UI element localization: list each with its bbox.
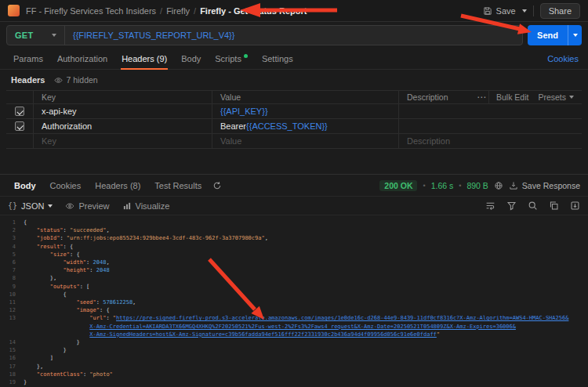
preview-button[interactable]: Preview bbox=[65, 201, 109, 211]
breadcrumb-workspace[interactable]: FF - Firefly Services Tech Insiders bbox=[26, 6, 156, 16]
line-number: 15 bbox=[6, 346, 24, 354]
line-number: 16 bbox=[6, 354, 24, 362]
url-input[interactable]: {{FIREFLY_STATUS_REPORT_URL_V4}} bbox=[65, 31, 522, 40]
method-dropdown[interactable]: GET bbox=[7, 26, 65, 45]
column-key: Key bbox=[33, 91, 212, 103]
line-number: 10 bbox=[6, 291, 24, 298]
request-tabs: Params Authorization Headers (9) Body Sc… bbox=[0, 49, 588, 70]
response-panel: Body Cookies Headers (8) Test Results 20… bbox=[0, 174, 588, 387]
eye-icon bbox=[65, 201, 74, 211]
tab-headers[interactable]: Headers (9) bbox=[114, 49, 174, 69]
header-key-cell[interactable]: x-api-key bbox=[33, 104, 212, 118]
row-checkbox[interactable] bbox=[15, 107, 24, 116]
tab-settings[interactable]: Settings bbox=[255, 49, 300, 69]
image-url-link[interactable]: https://pre-signed-firefly-prod.s3-accel… bbox=[116, 315, 568, 321]
workspace-icon[interactable] bbox=[8, 5, 20, 16]
save-response-icon bbox=[509, 181, 518, 190]
presets-dropdown[interactable]: Presets bbox=[538, 92, 574, 102]
refresh-icon[interactable] bbox=[212, 181, 222, 190]
headers-table-header: Key Value Description ⋯ Bulk Edit Preset… bbox=[6, 90, 582, 104]
response-code[interactable]: 1{2 "status": "succeeded",3 "jobId": "ur… bbox=[0, 215, 588, 387]
image-url-link[interactable]: X-Amz-Credential=AKIARDA3TX66MGQ4XHKQ%2F… bbox=[89, 324, 516, 330]
image-url-link[interactable]: X-Amz-SignedHeaders=host&X-Amz-Signature… bbox=[89, 331, 437, 338]
visualize-button[interactable]: Visualize bbox=[122, 201, 170, 211]
search-icon[interactable] bbox=[528, 201, 538, 211]
line-number: 13 bbox=[6, 314, 24, 322]
header-row-new: Key Value Description bbox=[6, 134, 582, 149]
code-line: 18 "contentClass": "photo" bbox=[6, 371, 588, 378]
response-tab-headers[interactable]: Headers (8) bbox=[89, 175, 147, 196]
filter-icon[interactable] bbox=[506, 201, 517, 211]
send-options-caret[interactable] bbox=[568, 25, 582, 45]
line-number: 2 bbox=[6, 226, 24, 234]
toolbar-divider bbox=[533, 5, 534, 16]
breadcrumb-request-title: Firefly - Get Status Report bbox=[200, 6, 307, 16]
response-toolbar: {} JSON Preview Visualize bbox=[0, 196, 588, 215]
wrap-text-icon[interactable] bbox=[485, 201, 495, 211]
line-number bbox=[6, 331, 24, 338]
breadcrumb-folder[interactable]: Firefly bbox=[166, 6, 190, 16]
code-line: 19} bbox=[6, 378, 588, 386]
response-tab-body[interactable]: Body bbox=[8, 175, 42, 196]
code-line: 15 } bbox=[6, 346, 588, 354]
tab-authorization[interactable]: Authorization bbox=[50, 49, 114, 69]
header-description-cell[interactable] bbox=[398, 119, 582, 133]
header-value-cell[interactable]: {{API_KEY}} bbox=[212, 104, 398, 118]
cookies-link[interactable]: Cookies bbox=[547, 49, 582, 69]
code-line: 2 "status": "succeeded", bbox=[6, 226, 588, 234]
tab-scripts[interactable]: Scripts bbox=[208, 49, 255, 69]
header-row-authorization: Authorization Bearer {{ACCESS_TOKEN}} bbox=[6, 119, 582, 134]
line-number: 14 bbox=[6, 338, 24, 346]
response-header: Body Cookies Headers (8) Test Results 20… bbox=[0, 175, 588, 196]
column-value: Value bbox=[212, 91, 398, 103]
new-key-input[interactable]: Key bbox=[33, 134, 212, 148]
code-line: 1{ bbox=[6, 219, 588, 226]
code-line: 3 "jobId": "urn:ff:jobs:epo855234:929bbe… bbox=[6, 234, 588, 242]
line-number bbox=[6, 323, 24, 331]
scroll-to-icon[interactable] bbox=[570, 201, 580, 211]
line-number: 7 bbox=[6, 266, 24, 274]
more-options-icon[interactable]: ⋯ bbox=[477, 92, 487, 103]
tab-params[interactable]: Params bbox=[6, 49, 50, 69]
headers-editor: Headers 7 hidden Key Value Description ⋯… bbox=[0, 70, 588, 149]
response-size: 890 B bbox=[466, 181, 488, 190]
bulk-edit-button[interactable]: Bulk Edit bbox=[496, 92, 528, 102]
response-tab-test-results[interactable]: Test Results bbox=[148, 175, 208, 196]
breadcrumb: FF - Firefly Services Tech Insiders / Fi… bbox=[26, 6, 307, 16]
network-icon[interactable] bbox=[494, 181, 503, 190]
hidden-headers-toggle[interactable]: 7 hidden bbox=[54, 75, 97, 85]
send-button[interactable]: Send bbox=[528, 25, 568, 45]
code-line: 12 "image": { bbox=[6, 306, 588, 314]
header-key-cell[interactable]: Authorization bbox=[33, 119, 212, 133]
line-number: 5 bbox=[6, 251, 24, 259]
breadcrumb-separator: / bbox=[194, 6, 196, 16]
line-number: 9 bbox=[6, 283, 24, 291]
save-menu-caret[interactable] bbox=[522, 9, 527, 13]
scripts-dot-indicator bbox=[244, 54, 248, 58]
row-checkbox[interactable] bbox=[15, 121, 24, 131]
save-icon bbox=[483, 6, 492, 16]
header-value-cell[interactable]: Bearer {{ACCESS_TOKEN}} bbox=[212, 119, 398, 133]
status-badge: 200 OK bbox=[379, 180, 417, 191]
braces-icon: {} bbox=[8, 201, 17, 210]
line-number: 6 bbox=[6, 259, 24, 266]
header-description-cell[interactable] bbox=[398, 104, 582, 118]
share-button[interactable]: Share bbox=[540, 3, 580, 19]
code-line: 16 ] bbox=[6, 354, 588, 362]
response-tab-cookies[interactable]: Cookies bbox=[44, 175, 88, 196]
top-bar: FF - Firefly Services Tech Insiders / Fi… bbox=[0, 0, 588, 22]
line-number: 3 bbox=[6, 234, 24, 242]
headers-section-title: Headers bbox=[11, 75, 45, 85]
new-description-input[interactable]: Description bbox=[398, 134, 582, 148]
copy-icon[interactable] bbox=[549, 201, 559, 211]
save-button[interactable]: Save bbox=[483, 6, 516, 16]
method-label: GET bbox=[15, 31, 34, 40]
response-format-dropdown[interactable]: {} JSON bbox=[8, 201, 53, 211]
request-bar: GET {{FIREFLY_STATUS_REPORT_URL_V4}} Sen… bbox=[0, 22, 588, 49]
line-number: 8 bbox=[6, 274, 24, 282]
new-value-input[interactable]: Value bbox=[212, 134, 398, 148]
code-line: X-Amz-Credential=AKIARDA3TX66MGQ4XHKQ%2F… bbox=[6, 323, 588, 331]
code-line: 7 "height": 2048 bbox=[6, 266, 588, 274]
save-response-button[interactable]: Save Response bbox=[509, 181, 580, 190]
tab-body[interactable]: Body bbox=[174, 49, 208, 69]
